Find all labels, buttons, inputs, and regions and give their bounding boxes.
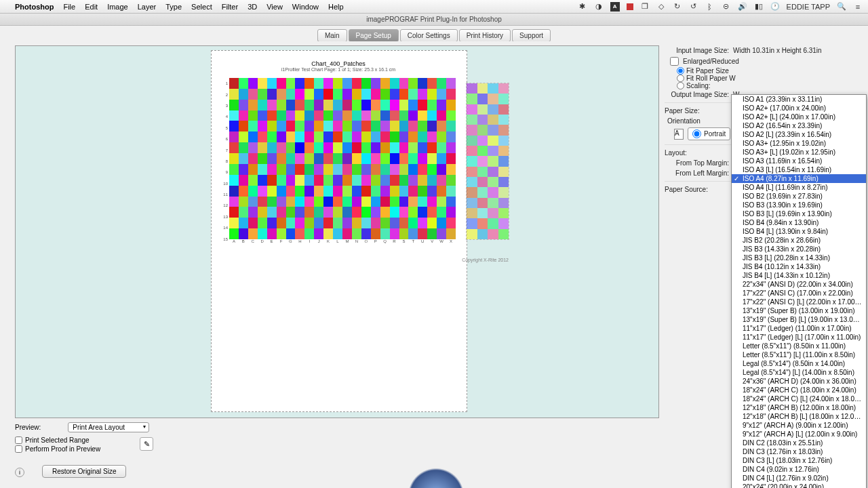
record-icon[interactable] <box>627 3 633 10</box>
displays-icon[interactable]: ❐ <box>640 2 650 12</box>
paper-size-option[interactable]: DIN C3 [L] (18.03in x 12.76in) <box>732 456 866 465</box>
paper-size-dropdown[interactable]: ISO A1 (23.39in x 33.11in)ISO A2+ (17.00… <box>731 94 867 488</box>
paper-size-option[interactable]: 22"x34" (ANSI D) (22.00in x 34.00in) <box>732 280 866 289</box>
paper-size-option[interactable]: JIS B3 [L] (20.28in x 14.33in) <box>732 253 866 262</box>
preview-label: Preview: <box>15 424 41 431</box>
menu-layer[interactable]: Layer <box>138 3 157 11</box>
paper-size-option[interactable]: 20"x24" (20.00in x 24.00in) <box>732 483 866 488</box>
paper-size-option[interactable]: ISO A4 [L] (11.69in x 8.27in) <box>732 183 866 192</box>
app-menu[interactable]: Photoshop <box>15 3 54 11</box>
tab-print-history[interactable]: Print History <box>459 29 511 42</box>
scaling-radio[interactable] <box>677 82 684 89</box>
paper-size-option[interactable]: ISO A2+ (17.00in x 24.00in) <box>732 104 866 113</box>
paper-size-option[interactable]: ISO A2+ [L] (24.00in x 17.00in) <box>732 113 866 121</box>
paper-size-option[interactable]: JIS B3 (14.33in x 20.28in) <box>732 245 866 253</box>
paper-size-option[interactable]: 13"x19" (Super B) [L] (19.00in x 13.00in… <box>732 315 866 324</box>
paper-size-option[interactable]: ISO A3+ [L] (19.02in x 12.95in) <box>732 148 866 157</box>
paper-size-label: Paper Size: <box>665 107 700 115</box>
dropbox-icon[interactable]: ◇ <box>656 2 666 12</box>
paper-size-option[interactable]: 24"x36" (ARCH D) (24.00in x 36.00in) <box>732 377 866 386</box>
paper-size-option[interactable]: ISO A2 [L] (23.39in x 16.54in) <box>732 130 866 139</box>
paper-size-option[interactable]: 17"x22" (ANSI C) (17.00in x 22.00in) <box>732 289 866 298</box>
paper-size-option[interactable]: JIS B4 (10.12in x 14.33in) <box>732 262 866 271</box>
paper-size-option[interactable]: Legal (8.5"x14") [L] (14.00in x 8.50in) <box>732 368 866 377</box>
timemachine-icon[interactable]: ↺ <box>689 2 698 12</box>
paper-size-option[interactable]: 12"x18" (ARCH B) (12.00in x 18.00in) <box>732 403 866 412</box>
paper-size-option[interactable]: 13"x19" (Super B) (13.00in x 19.00in) <box>732 306 866 315</box>
menu-3d[interactable]: 3D <box>248 3 257 11</box>
perform-proof-label: Perform Proof in Preview <box>25 445 100 453</box>
user-menu[interactable]: EDDIE TAPP <box>787 3 830 11</box>
paper-size-option[interactable]: Letter (8.5"x11") (8.50in x 11.00in) <box>732 342 866 350</box>
paper-size-option[interactable]: ISO B4 (9.84in x 13.90in) <box>732 218 866 227</box>
paper-size-option[interactable]: ISO A2 (16.54in x 23.39in) <box>732 121 866 130</box>
paper-size-option[interactable]: DIN C4 [L] (12.76in x 9.02in) <box>732 474 866 483</box>
paper-size-option[interactable]: 11"x17" (Ledger) [L] (17.00in x 11.00in) <box>732 333 866 342</box>
paper-size-option[interactable]: Letter (8.5"x11") [L] (11.00in x 8.50in) <box>732 350 866 359</box>
paper-size-option[interactable]: 18"x24" (ARCH C) [L] (24.00in x 18.00in) <box>732 394 866 403</box>
paper-size-option[interactable]: 9"x12" (ARCH A) [L] (12.00in x 9.00in) <box>732 430 866 439</box>
paper-size-option[interactable]: ISO A3+ (12.95in x 19.02in) <box>732 139 866 148</box>
menu-select[interactable]: Select <box>191 3 212 11</box>
volume-icon[interactable]: 🔊 <box>738 2 747 12</box>
proof-icon[interactable]: ✎ <box>140 437 153 451</box>
tab-support[interactable]: Support <box>512 29 551 42</box>
status-icon[interactable]: ✱ <box>578 2 587 12</box>
adobe-icon[interactable]: A <box>610 2 620 12</box>
paper-size-option[interactable]: ISO B2 (19.69in x 27.83in) <box>732 192 866 201</box>
perform-proof-checkbox[interactable] <box>15 445 22 453</box>
print-selected-checkbox[interactable] <box>15 436 22 444</box>
bluetooth-icon[interactable]: ᛒ <box>705 2 715 12</box>
paper-size-option[interactable]: ISO A3 [L] (16.54in x 11.69in) <box>732 165 866 174</box>
chart-title: Chart_400_Patches <box>214 60 462 67</box>
paper-size-option[interactable]: ISO A3 (11.69in x 16.54in) <box>732 157 866 165</box>
paper-size-option[interactable]: ISO A1 (23.39in x 33.11in) <box>732 95 866 104</box>
menu-edit[interactable]: Edit <box>85 3 98 11</box>
paper-size-option[interactable]: DIN C2 (18.03in x 25.51in) <box>732 439 866 447</box>
fit-roll-radio[interactable] <box>677 75 684 82</box>
paper-size-option[interactable]: DIN C3 (12.76in x 18.03in) <box>732 447 866 456</box>
portrait-icon[interactable]: A <box>674 129 684 140</box>
orientation-select[interactable]: Portrait <box>688 127 730 140</box>
paper-size-option[interactable]: 9"x12" (ARCH A) (9.00in x 12.00in) <box>732 421 866 430</box>
creative-cloud-icon[interactable]: ◑ <box>594 2 604 12</box>
paper-size-option[interactable]: ISO B3 [L] (19.69in x 13.90in) <box>732 209 866 218</box>
tab-page-setup[interactable]: Page Setup <box>349 29 399 42</box>
battery-icon[interactable]: ▮▯ <box>754 2 764 12</box>
page-preview: Chart_400_Patches i1Profiler Test Chart … <box>211 50 467 412</box>
chart-copyright: Copyright X-Rite 2012 <box>462 258 509 262</box>
menubar-right: ✱ ◑ A ❐ ◇ ↻ ↺ ᛒ ⊝ 🔊 ▮▯ 🕐 EDDIE TAPP 🔍 ≡ <box>578 2 863 12</box>
clock-icon[interactable]: 🕐 <box>770 2 780 12</box>
menu-image[interactable]: Image <box>107 3 128 11</box>
paper-size-option[interactable]: ISO B4 [L] (13.90in x 9.84in) <box>732 227 866 236</box>
menu-filter[interactable]: Filter <box>222 3 238 11</box>
spotlight-icon[interactable]: 🔍 <box>837 2 846 12</box>
paper-size-option[interactable]: DIN C4 (9.02in x 12.76in) <box>732 465 866 474</box>
menu-type[interactable]: Type <box>165 3 182 11</box>
menu-help[interactable]: Help <box>328 3 344 11</box>
restore-button[interactable]: Restore Original Size <box>42 465 126 478</box>
enlarged-checkbox[interactable] <box>670 57 679 66</box>
portrait-radio[interactable] <box>692 129 701 138</box>
wifi-icon[interactable]: ⊝ <box>722 2 731 12</box>
notifications-icon[interactable]: ≡ <box>853 2 863 12</box>
input-size-value: Width 10.31in x Height 6.31in <box>733 47 822 54</box>
paper-size-option[interactable]: 17"x22" (ANSI C) [L] (22.00in x 17.00in) <box>732 298 866 306</box>
paper-size-option[interactable]: Legal (8.5"x14") (8.50in x 14.00in) <box>732 359 866 368</box>
menu-view[interactable]: View <box>267 3 283 11</box>
paper-size-option[interactable]: JIS B4 [L] (14.33in x 10.12in) <box>732 271 866 280</box>
paper-size-option[interactable]: 18"x24" (ARCH C) (18.00in x 24.00in) <box>732 386 866 394</box>
paper-size-option[interactable]: ISO B3 (13.90in x 19.69in) <box>732 201 866 209</box>
paper-size-option[interactable]: JIS B2 (20.28in x 28.66in) <box>732 236 866 245</box>
info-icon[interactable]: i <box>15 468 24 477</box>
paper-size-option[interactable]: 12"x18" (ARCH B) [L] (18.00in x 12.00in) <box>732 412 866 421</box>
sync-icon[interactable]: ↻ <box>673 2 682 12</box>
tab-main[interactable]: Main <box>317 29 347 42</box>
preview-select[interactable]: Print Area Layout <box>68 422 149 432</box>
paper-size-option[interactable]: 11"x17" (Ledger) (11.00in x 17.00in) <box>732 324 866 333</box>
menu-file[interactable]: File <box>63 3 75 11</box>
tab-color-settings[interactable]: Color Settings <box>400 29 458 42</box>
paper-size-option[interactable]: ISO A4 (8.27in x 11.69in) <box>732 174 866 183</box>
fit-paper-radio[interactable] <box>677 67 684 75</box>
menu-window[interactable]: Window <box>292 3 319 11</box>
